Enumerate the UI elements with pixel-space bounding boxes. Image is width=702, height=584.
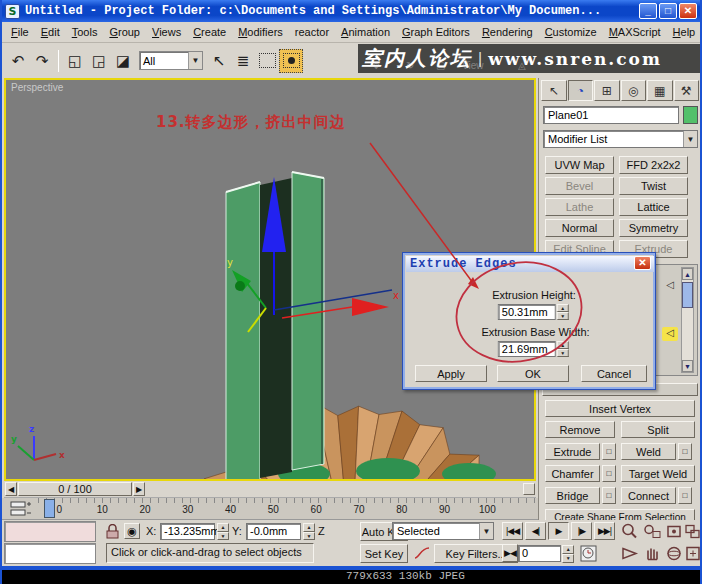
selection-lock-icon[interactable]: [106, 524, 119, 539]
menu-animation[interactable]: Animation: [336, 24, 395, 40]
key-tangents-icon[interactable]: [414, 546, 430, 560]
track-bar[interactable]: 0102030405060708090100: [2, 498, 538, 520]
next-frame-icon[interactable]: |▶: [571, 522, 592, 540]
select-move-icon[interactable]: ✥: [372, 60, 380, 71]
select-object-icon[interactable]: ↖: [207, 49, 231, 73]
tab-utilities-icon[interactable]: ⚒: [674, 80, 700, 101]
modifier-button-lathe[interactable]: Lathe: [545, 198, 614, 216]
modifier-button-ffd2x2x2[interactable]: FFD 2x2x2: [619, 156, 688, 174]
play-icon[interactable]: ▶: [548, 522, 569, 540]
selection-set-dropdown[interactable]: Selected ▼: [392, 522, 494, 540]
menu-graph-editors[interactable]: Graph Editors: [397, 24, 475, 40]
extrusion-height-spinner[interactable]: ▲▼: [557, 304, 569, 320]
menu-views[interactable]: Views: [147, 24, 186, 40]
zoom-extents-icon[interactable]: [664, 522, 684, 541]
maxscript-mini-recorder[interactable]: [4, 521, 96, 542]
slider-end-button[interactable]: [523, 483, 535, 495]
split-button[interactable]: Split: [621, 421, 695, 438]
y-spinner[interactable]: ▲▼: [303, 523, 315, 540]
absolute-mode-icon[interactable]: ◉: [124, 523, 140, 539]
modifier-button-twist[interactable]: Twist: [619, 177, 688, 195]
weld-settings-icon[interactable]: □: [678, 443, 692, 460]
maximize-button[interactable]: □: [659, 3, 677, 19]
window-crossing-toggle-icon[interactable]: [279, 49, 303, 73]
go-to-end-icon[interactable]: ▶▶|: [594, 522, 615, 540]
chamfer-button[interactable]: Chamfer: [545, 465, 600, 482]
modifier-button-uvwmap[interactable]: UVW Map: [545, 156, 614, 174]
scroll-up-icon[interactable]: ▲: [682, 268, 693, 280]
mini-curve-editor-icon[interactable]: [10, 501, 32, 517]
modifier-button-lattice[interactable]: Lattice: [619, 198, 688, 216]
current-frame-field[interactable]: 0: [518, 545, 561, 562]
ok-button[interactable]: OK: [497, 365, 569, 382]
rotate-icon[interactable]: ↻: [406, 60, 414, 71]
scale-icon[interactable]: ▢: [436, 60, 445, 71]
chevron-down-icon[interactable]: ▼: [188, 52, 202, 69]
dialog-close-icon[interactable]: ✕: [634, 256, 651, 270]
modifier-button-symmetry[interactable]: Symmetry: [619, 219, 688, 237]
modifier-button-normal[interactable]: Normal: [545, 219, 614, 237]
scroll-down-icon[interactable]: ▼: [682, 360, 693, 372]
extrusion-base-width-spinner[interactable]: ▲▼: [557, 341, 569, 357]
zoom-icon[interactable]: [620, 522, 640, 541]
chevron-down-icon[interactable]: ▼: [479, 523, 493, 539]
cancel-button[interactable]: Cancel: [581, 365, 647, 382]
connect-button[interactable]: Connect: [621, 487, 676, 504]
menu-tools[interactable]: Tools: [67, 24, 103, 40]
pin-stack-icon[interactable]: ◁: [662, 279, 678, 293]
menu-rendering[interactable]: Rendering: [477, 24, 538, 40]
stack-scrollbar[interactable]: ▲ ▼: [681, 267, 694, 373]
y-coordinate-field[interactable]: -0.0mm: [246, 523, 301, 540]
object-name-field[interactable]: Plane01: [543, 106, 679, 124]
select-by-name-icon[interactable]: ≣: [231, 49, 255, 73]
remove-button[interactable]: Remove: [545, 421, 615, 438]
show-end-result-icon[interactable]: ◁: [662, 327, 678, 341]
bridge-settings-icon[interactable]: □: [602, 487, 616, 504]
bind-to-spacewarp-icon[interactable]: ◪: [111, 49, 135, 73]
set-key-button[interactable]: Set Key: [360, 544, 408, 563]
tab-motion-icon[interactable]: ◎: [621, 80, 647, 101]
previous-frame-icon[interactable]: ◀|: [525, 522, 546, 540]
prev-frame-arrow-icon[interactable]: ◀: [5, 482, 17, 496]
redo-icon[interactable]: ↷: [30, 49, 54, 73]
connect-settings-icon[interactable]: □: [678, 487, 692, 504]
select-and-link-icon[interactable]: ◱: [63, 49, 87, 73]
scroll-thumb[interactable]: [682, 282, 693, 308]
extrusion-base-width-field[interactable]: 21.69mm: [498, 341, 556, 357]
dialog-title-bar[interactable]: Extrude Edges: [406, 256, 654, 272]
menu-reactor[interactable]: reactor: [290, 24, 334, 40]
menu-maxscript[interactable]: MAXScript: [604, 24, 666, 40]
ref-coord-dropdown[interactable]: View: [462, 60, 484, 71]
extrude-button[interactable]: Extrude: [545, 443, 600, 460]
tab-display-icon[interactable]: ▦: [647, 80, 673, 101]
selection-filter-dropdown[interactable]: All ▼: [139, 51, 203, 70]
next-frame-arrow-icon[interactable]: ▶: [133, 482, 145, 496]
frame-ruler[interactable]: 0102030405060708090100: [38, 498, 536, 520]
field-of-view-icon[interactable]: [620, 544, 640, 563]
modifier-button-bevel[interactable]: Bevel: [545, 177, 614, 195]
object-color-swatch[interactable]: [683, 106, 698, 124]
menu-file[interactable]: File: [6, 24, 34, 40]
modifier-list-dropdown[interactable]: Modifier List ▼: [543, 130, 698, 148]
menu-help[interactable]: Help: [668, 24, 701, 40]
minimize-button[interactable]: _: [639, 3, 657, 19]
zoom-extents-all-icon[interactable]: [683, 522, 702, 541]
mirror-icon[interactable]: ◬: [518, 60, 526, 71]
insert-vertex-button[interactable]: Insert Vertex: [545, 400, 695, 417]
unlink-selection-icon[interactable]: ◲: [87, 49, 111, 73]
pan-hand-icon[interactable]: [642, 544, 662, 563]
undo-icon[interactable]: ↶: [6, 49, 30, 73]
key-mode-toggle-icon[interactable]: ▶◀: [502, 544, 518, 562]
tab-hierarchy-icon[interactable]: ⊞: [594, 80, 620, 101]
extrusion-height-field[interactable]: 50.31mm: [498, 304, 556, 320]
tab-create-icon[interactable]: ↖: [541, 80, 567, 101]
menu-group[interactable]: Group: [104, 24, 145, 40]
chamfer-settings-icon[interactable]: □: [602, 465, 616, 482]
menu-edit[interactable]: Edit: [36, 24, 65, 40]
time-slider[interactable]: 0 / 100: [18, 482, 132, 496]
viewport-label[interactable]: Perspective: [11, 82, 63, 93]
chevron-down-icon[interactable]: ▼: [683, 131, 697, 147]
go-to-start-icon[interactable]: |◀◀: [502, 522, 523, 540]
x-spinner[interactable]: ▲▼: [217, 523, 229, 540]
apply-button[interactable]: Apply: [415, 365, 487, 382]
